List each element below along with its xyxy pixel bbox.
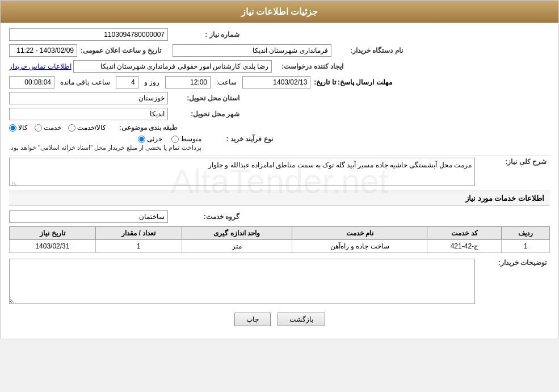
city-input[interactable] (9, 108, 168, 120)
announce-input[interactable] (9, 44, 77, 57)
description-text: مرمت محل آبشستگی حاشیه جاده مسیر آبید گل… (208, 161, 472, 169)
purchase-radio-small[interactable] (138, 136, 145, 143)
buyer-notes-label: توضیحات خریدار: (478, 259, 547, 267)
purchase-option-medium[interactable]: متوسط (171, 135, 201, 143)
category-option-gs-label: کالا/خدمت (77, 124, 106, 132)
category-option-goods-services[interactable]: کالا/خدمت (68, 124, 106, 132)
province-label: استان محل تحویل: (171, 94, 239, 102)
announce-label: تاریخ و ساعت اعلان عمومی: (81, 47, 161, 54)
purchase-small-label: جزئی (147, 135, 162, 143)
creator-input[interactable] (73, 60, 272, 73)
remaining-time-input[interactable] (9, 76, 54, 88)
page-title: جزئیات اطلاعات نیاز (241, 7, 318, 16)
group-service-row: گروه خدمت: (9, 210, 550, 223)
category-option-g-label: کالا (18, 124, 28, 132)
category-label: طبقه بندی موضوعی: (110, 124, 178, 132)
category-option-s-label: خدمت (44, 124, 61, 132)
city-label: شهر محل تحویل: (171, 110, 239, 118)
services-section-title: اطلاعات خدمات مورد نیاز (9, 191, 550, 206)
table-row: 1ج-42-421ساخت جاده و راه‌آهنمتر11403/02/… (10, 240, 550, 253)
category-radio-group: کالا/خدمت خدمت کالا (9, 124, 106, 132)
buttons-row: بازگشت چاپ (9, 313, 550, 326)
category-radio-s[interactable] (35, 124, 42, 132)
purchase-note: پرداخت تمام یا بخشی از مبلغ خریدار محل "… (9, 144, 201, 151)
contact-link[interactable]: اطلاعات تماس خریدار (9, 62, 72, 70)
description-row: شرح کلی نیاز: مرمت محل آبشستگی حاشیه جاد… (9, 158, 550, 186)
buyer-announce-row: نام دستگاه خریدار: تاریخ و ساعت اعلان عم… (9, 44, 550, 57)
deadline-date-input[interactable] (242, 76, 310, 88)
city-row: شهر محل تحویل: (9, 108, 550, 120)
deadline-row: مهلت ارسال پاسخ: تا تاریخ: ساعت: روز و س… (9, 76, 550, 88)
col-header-name: نام خدمت (292, 227, 427, 240)
purchase-radio-medium[interactable] (171, 136, 179, 143)
category-radio-gs[interactable] (68, 124, 75, 132)
creator-row: ایجاد کننده درخواست: اطلاعات تماس خریدار (9, 60, 550, 73)
print-button[interactable]: چاپ (234, 313, 271, 326)
purchase-row: نوع فرآیند خرید : متوسط جزئی پرداخت تمام… (9, 135, 550, 151)
creator-label: ایجاد کننده درخواست: (275, 62, 343, 70)
col-header-date: تاریخ نیاز (10, 227, 96, 240)
deadline-time-input[interactable] (165, 76, 211, 88)
need-number-input[interactable] (9, 28, 168, 41)
group-service-label: گروه خدمت: (171, 213, 239, 221)
col-header-qty: تعداد / مقدار (95, 227, 182, 240)
need-number-row: شماره نیاز : (9, 28, 550, 41)
buyer-notes-row: توضیحات خریدار: (9, 259, 550, 306)
page-header: جزئیات اطلاعات نیاز (1, 1, 558, 23)
col-header-row: ردیف (502, 227, 550, 240)
col-header-unit: واحد اندازه گیری (182, 227, 292, 240)
col-header-code: کد خدمت (427, 227, 502, 240)
category-row: طبقه بندی موضوعی: کالا/خدمت خدمت کالا (9, 124, 550, 132)
back-button[interactable]: بازگشت (278, 313, 325, 326)
province-input[interactable] (9, 92, 168, 104)
purchase-medium-label: متوسط (180, 135, 201, 143)
group-service-input[interactable] (9, 210, 168, 223)
buyer-org-input[interactable] (173, 44, 331, 57)
category-option-service[interactable]: خدمت (35, 124, 61, 132)
buyer-notes-textarea[interactable] (9, 259, 475, 304)
days-label: روز و (144, 78, 159, 86)
category-option-goods[interactable]: کالا (9, 124, 28, 132)
category-radio-g[interactable] (9, 124, 16, 132)
purchase-label: نوع فرآیند خرید : (205, 135, 273, 143)
need-number-label: شماره نیاز : (171, 31, 239, 39)
deadline-days-input[interactable] (116, 76, 138, 88)
remaining-label: ساعت باقی مانده (60, 78, 110, 86)
time-label: ساعت: (216, 78, 237, 86)
province-row: استان محل تحویل: (9, 92, 550, 104)
description-label: شرح کلی نیاز: (478, 158, 547, 166)
purchase-options: متوسط جزئی (138, 135, 201, 143)
deadline-label: مهلت ارسال پاسخ: تا تاریخ: (314, 78, 392, 86)
purchase-option-small[interactable]: جزئی (138, 135, 162, 143)
buyer-org-label: نام دستگاه خریدار: (335, 47, 403, 54)
description-box[interactable]: مرمت محل آبشستگی حاشیه جاده مسیر آبید گل… (9, 158, 475, 186)
services-table: ردیف کد خدمت نام خدمت واحد اندازه گیری ت… (9, 226, 550, 253)
